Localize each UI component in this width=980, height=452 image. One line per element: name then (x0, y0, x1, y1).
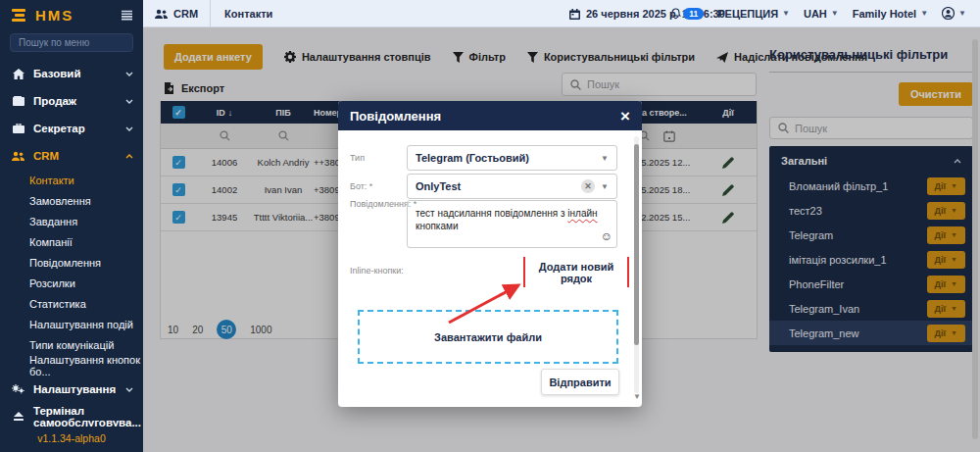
message-textarea[interactable]: тест надсилання повідомлення з інлайн кн… (407, 200, 617, 248)
scroll-down-icon: ▼ (633, 392, 641, 401)
inline-buttons-label: Inline-кнопки: (350, 266, 404, 276)
bot-label: Бот: * (350, 181, 372, 191)
sidebar-item-crm[interactable]: CRM (0, 142, 143, 170)
main-content: Додати анкету Налаштування стовпців Філь… (143, 27, 980, 452)
chevron-down-icon: ▼ (601, 182, 609, 191)
logo-row: HMS (0, 0, 143, 27)
chevron-up-icon (125, 154, 133, 159)
chevron-down-icon (125, 99, 133, 104)
sidebar-item-orders[interactable]: Замовлення (0, 190, 143, 211)
type-label: Тип (350, 153, 365, 163)
sidebar-item-label: Термінал самообслуговува... (33, 405, 141, 427)
sidebar-collapse-icon[interactable] (121, 10, 133, 21)
submit-button[interactable]: Відправити (541, 369, 619, 395)
sidebar-item-bot-buttons[interactable]: Налаштування кнопок бо... (0, 355, 143, 376)
add-row-button[interactable]: Додати новий рядок (525, 255, 627, 290)
chevron-down-icon (125, 126, 133, 131)
sidebar-item-sales[interactable]: Продаж (0, 87, 143, 115)
notifications-button[interactable]: 11 (670, 8, 704, 20)
sidebar-item-label: Базовий (33, 68, 80, 79)
modal-title: Повідомлення (350, 109, 441, 124)
sidebar-item-event-settings[interactable]: Налаштування подій (0, 314, 143, 334)
gears-icon (11, 384, 25, 394)
crm-submenu: Контакти Замовлення Завдання Компанії По… (0, 170, 143, 376)
home-icon (11, 69, 25, 79)
app-version: v1.1.34-alpha0 (0, 427, 143, 452)
sidebar-item-settings[interactable]: Налаштування (0, 376, 143, 403)
hms-logo-icon (12, 8, 27, 24)
users-icon (155, 9, 168, 19)
chevron-down-icon (125, 387, 133, 392)
topbar: CRM Контакти 26 червня 2025 р. 10:06:30 … (143, 0, 980, 27)
sidebar-item-communication-types[interactable]: Типи комунікацій (0, 334, 143, 355)
sidebar-nav: Базовий Продаж Секретар CRM Контакти Зам… (0, 60, 143, 427)
datetime-label: 26 червня 2025 р. 10:06:30 (586, 8, 725, 20)
bot-select[interactable]: OnlyTest ✕ ▼ (407, 174, 617, 199)
sidebar-item-self-service-terminal[interactable]: Термінал самообслуговува... (0, 403, 143, 427)
message-modal: Повідомлення × Тип Telegram (Гостьовий) … (338, 101, 642, 407)
sidebar-item-label: Продаж (33, 95, 76, 107)
sidebar-item-label: Налаштування (33, 383, 116, 395)
sidebar-item-secretary[interactable]: Секретар (0, 115, 143, 142)
briefcase-icon (11, 124, 25, 133)
sidebar-item-basic[interactable]: Базовий (0, 60, 143, 87)
users-icon (11, 151, 25, 161)
clear-selection-icon[interactable]: ✕ (581, 179, 595, 193)
sidebar-item-companies[interactable]: Компанії (0, 231, 143, 252)
file-upload-dropzone[interactable]: Завантажити файли (358, 310, 618, 364)
terminal-icon (11, 412, 25, 422)
breadcrumb-app[interactable]: CRM (143, 0, 210, 26)
breadcrumb-page[interactable]: Контакти (211, 8, 286, 20)
sidebar-item-contacts[interactable]: Контакти (0, 170, 143, 190)
bot-select-value: OnlyTest (416, 180, 461, 192)
sidebar-item-messages[interactable]: Повідомлення (0, 252, 143, 273)
bell-icon (670, 8, 681, 20)
sidebar-item-mailings[interactable]: Розсилки (0, 273, 143, 293)
annotation-highlight-box: Додати новий рядок (523, 257, 629, 287)
sidebar-item-statistics[interactable]: Статистика (0, 293, 143, 314)
modal-header: Повідомлення × (338, 101, 642, 130)
emoji-picker-icon[interactable]: ☺ (601, 229, 612, 243)
wallet-icon (11, 96, 25, 106)
calendar-icon (569, 9, 580, 20)
chevron-down-icon: ▼ (601, 154, 609, 163)
sidebar-item-label: CRM (33, 150, 59, 162)
breadcrumb-app-label: CRM (173, 8, 198, 20)
sidebar-item-label: Секретар (33, 123, 85, 134)
close-icon[interactable]: × (620, 108, 630, 125)
upload-label: Завантажити файли (434, 331, 542, 343)
chevron-down-icon (125, 72, 133, 76)
sidebar-item-tasks[interactable]: Завдання (0, 211, 143, 231)
type-select[interactable]: Telegram (Гостьовий) ▼ (407, 145, 617, 171)
app-logo: HMS (35, 7, 74, 24)
modal-scrollbar-thumb[interactable] (634, 144, 639, 345)
notification-count-badge: 11 (683, 8, 704, 20)
sidebar-search[interactable] (10, 33, 133, 52)
sidebar: HMS Базовий Продаж Секретар CRM Кон (0, 0, 143, 452)
misspelled-word: інлайн (567, 208, 597, 219)
type-select-value: Telegram (Гостьовий) (416, 152, 529, 164)
sidebar-search-input[interactable] (19, 37, 124, 48)
